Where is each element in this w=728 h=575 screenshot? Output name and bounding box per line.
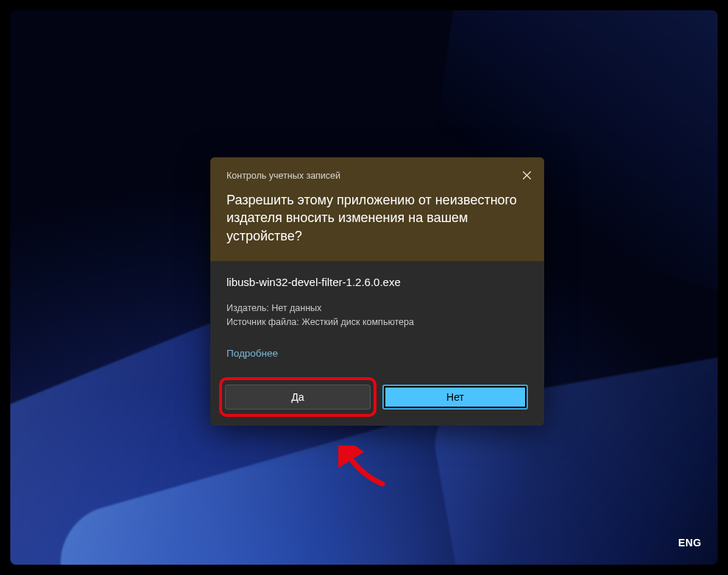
- no-button[interactable]: Нет: [382, 385, 528, 410]
- publisher-label: Издатель:: [226, 303, 269, 313]
- dialog-button-row: Да Нет: [210, 371, 544, 426]
- dialog-header: Контроль учетных записей Разрешить этому…: [210, 157, 544, 261]
- yes-button[interactable]: Да: [225, 385, 371, 410]
- desktop-screen: Контроль учетных записей Разрешить этому…: [10, 10, 718, 565]
- show-more-link[interactable]: Подробнее: [226, 348, 278, 359]
- language-indicator[interactable]: ENG: [678, 537, 702, 549]
- source-label: Источник файла:: [226, 317, 299, 327]
- program-filename: libusb-win32-devel-filter-1.2.6.0.exe: [226, 276, 528, 288]
- close-button[interactable]: [516, 165, 537, 185]
- dialog-body: libusb-win32-devel-filter-1.2.6.0.exe Из…: [210, 261, 544, 372]
- publisher-line: Издатель: Нет данных: [226, 301, 528, 315]
- close-icon: [523, 171, 531, 179]
- uac-dialog: Контроль учетных записей Разрешить этому…: [210, 157, 544, 426]
- publisher-value: Нет данных: [271, 303, 321, 313]
- dialog-question: Разрешить этому приложению от неизвестно…: [226, 191, 528, 245]
- dialog-title: Контроль учетных записей: [226, 171, 528, 181]
- annotation-highlight-box: Да: [219, 377, 377, 417]
- source-value: Жесткий диск компьютера: [301, 317, 414, 327]
- source-line: Источник файла: Жесткий диск компьютера: [226, 315, 528, 329]
